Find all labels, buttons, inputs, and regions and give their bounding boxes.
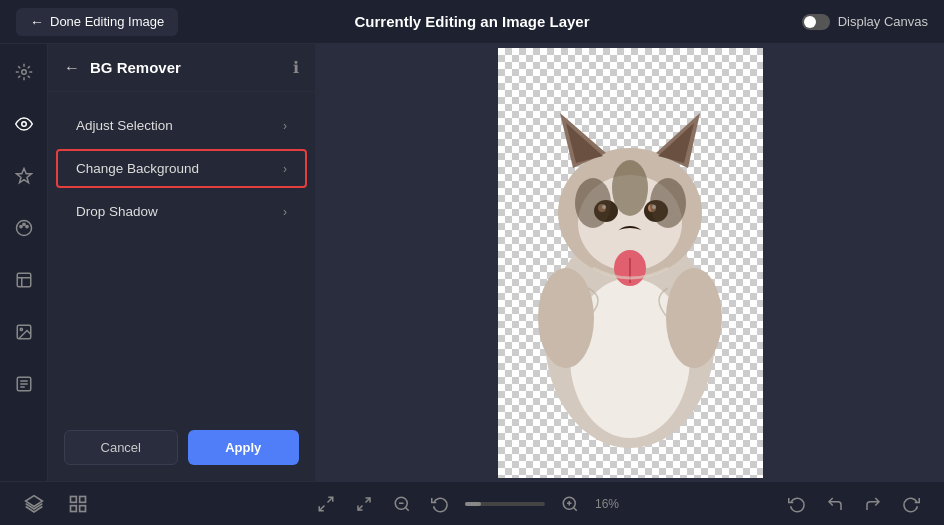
expand-button[interactable] <box>351 491 377 517</box>
apply-button[interactable]: Apply <box>188 430 300 465</box>
panel-menu: Adjust Selection › Change Background › D… <box>48 92 315 414</box>
sidebar-item-palette[interactable] <box>8 212 40 244</box>
svg-point-6 <box>25 225 27 227</box>
adjust-selection-label: Adjust Selection <box>76 118 173 133</box>
bottom-right-tools <box>784 491 924 517</box>
bottom-center-tools: 16% <box>313 491 631 517</box>
sidebar-item-effects[interactable] <box>8 368 40 400</box>
bottom-toolbar: 16% <box>0 481 944 525</box>
done-editing-button[interactable]: ← Done Editing Image <box>16 8 178 36</box>
rotate-ccw-button[interactable] <box>784 491 810 517</box>
svg-point-34 <box>612 160 648 216</box>
done-editing-label: Done Editing Image <box>50 14 164 29</box>
sidebar-item-layout[interactable] <box>8 264 40 296</box>
svg-rect-39 <box>80 496 86 502</box>
header: ← Done Editing Image Currently Editing a… <box>0 0 944 44</box>
chevron-right-icon: › <box>283 162 287 176</box>
svg-point-32 <box>575 178 611 228</box>
zoom-in-button[interactable] <box>557 491 583 517</box>
zoom-reset-button[interactable] <box>427 491 453 517</box>
svg-rect-7 <box>17 273 31 287</box>
panel-header: ← BG Remover ℹ <box>48 44 315 92</box>
display-canvas-toggle[interactable]: Display Canvas <box>802 14 928 30</box>
svg-point-4 <box>19 225 21 227</box>
page-title: Currently Editing an Image Layer <box>354 13 589 30</box>
rotate-cw-button[interactable] <box>898 491 924 517</box>
canvas-area <box>316 44 944 481</box>
dog-image <box>498 48 763 478</box>
svg-rect-40 <box>71 505 77 511</box>
svg-point-5 <box>22 223 24 225</box>
svg-rect-38 <box>71 496 77 502</box>
zoom-value-label: 16% <box>595 497 631 511</box>
chevron-right-icon: › <box>283 119 287 133</box>
zoom-out-button[interactable] <box>389 491 415 517</box>
sidebar-item-sparkle[interactable] <box>8 160 40 192</box>
bg-remover-panel: ← BG Remover ℹ Adjust Selection › Change… <box>48 44 316 481</box>
svg-line-47 <box>405 507 408 510</box>
panel-info-button[interactable]: ℹ <box>293 58 299 77</box>
zoom-slider-fill <box>465 502 481 506</box>
zoom-slider[interactable] <box>465 502 545 506</box>
main-layout: ← BG Remover ℹ Adjust Selection › Change… <box>0 44 944 481</box>
svg-point-33 <box>650 178 686 228</box>
svg-point-0 <box>21 70 26 75</box>
change-background-label: Change Background <box>76 161 199 176</box>
layers-button[interactable] <box>20 490 48 518</box>
redo-button[interactable] <box>860 491 886 517</box>
sidebar-item-image[interactable] <box>8 316 40 348</box>
svg-point-1 <box>21 122 26 127</box>
sidebar-item-settings[interactable] <box>8 56 40 88</box>
info-icon: ℹ <box>293 58 299 77</box>
drop-shadow-item[interactable]: Drop Shadow › <box>56 192 307 231</box>
bottom-left-tools <box>20 490 92 518</box>
drop-shadow-label: Drop Shadow <box>76 204 158 219</box>
panel-footer: Cancel Apply <box>48 414 315 481</box>
grid-button[interactable] <box>64 490 92 518</box>
svg-line-42 <box>328 497 333 502</box>
cancel-button[interactable]: Cancel <box>64 430 178 465</box>
svg-line-50 <box>573 507 576 510</box>
svg-point-11 <box>20 328 22 330</box>
adjust-selection-item[interactable]: Adjust Selection › <box>56 106 307 145</box>
fit-button[interactable] <box>313 491 339 517</box>
svg-marker-2 <box>16 169 31 183</box>
image-container <box>498 48 763 478</box>
panel-back-button[interactable]: ← <box>64 59 80 77</box>
sidebar-icons <box>0 44 48 481</box>
panel-title: BG Remover <box>90 59 283 76</box>
sidebar-item-eye[interactable] <box>8 108 40 140</box>
canvas-toggle-switch[interactable] <box>802 14 830 30</box>
svg-point-35 <box>538 268 594 368</box>
back-arrow-icon: ← <box>64 59 80 77</box>
undo-button[interactable] <box>822 491 848 517</box>
svg-line-43 <box>319 505 324 510</box>
svg-point-36 <box>666 268 722 368</box>
change-background-item[interactable]: Change Background › <box>56 149 307 188</box>
chevron-right-icon: › <box>283 205 287 219</box>
display-canvas-label: Display Canvas <box>838 14 928 29</box>
arrow-left-icon: ← <box>30 14 44 30</box>
svg-rect-41 <box>80 505 86 511</box>
